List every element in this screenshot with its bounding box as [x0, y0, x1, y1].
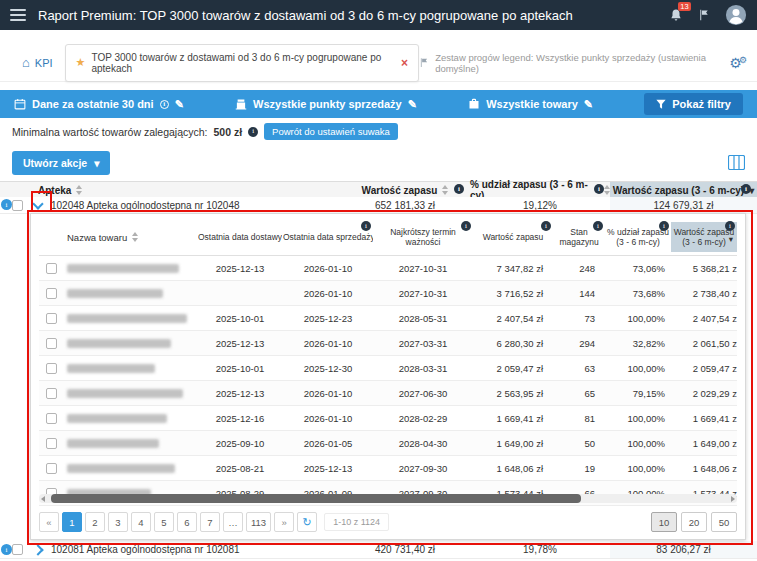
- page-button[interactable]: 1: [62, 512, 82, 532]
- close-tab-icon[interactable]: [401, 57, 408, 69]
- row-checkbox[interactable]: [46, 363, 57, 374]
- product-row[interactable]: 2025-12-13 2026-01-10 2027-03-31 6 280,3…: [39, 331, 737, 356]
- page-size-20-button[interactable]: 20: [681, 512, 707, 532]
- scrollbar-thumb[interactable]: [51, 494, 581, 503]
- tab-report-active[interactable]: TOP 3000 towarów z dostawami od 3 do 6 m…: [65, 44, 420, 82]
- row-info-badge-icon[interactable]: [1, 199, 12, 210]
- next-page-button[interactable]: »: [274, 512, 294, 532]
- info-icon[interactable]: [594, 184, 604, 194]
- row-checkbox[interactable]: [46, 313, 57, 324]
- shortest-expiry-date: 2028-02-29: [373, 406, 473, 430]
- product-row[interactable]: 2025-08-21 2025-12-13 2027-09-30 1 648,0…: [39, 456, 737, 481]
- refresh-button[interactable]: [297, 512, 317, 532]
- page-button[interactable]: 5: [154, 512, 174, 532]
- info-icon[interactable]: [461, 221, 471, 231]
- stock-value-3-6m: 124 679,31 zł: [610, 197, 757, 213]
- prev-page-button[interactable]: «: [39, 512, 59, 532]
- edit-icon[interactable]: [584, 98, 593, 110]
- page-button[interactable]: 7: [200, 512, 220, 532]
- shortest-expiry-date: 2028-03-31: [373, 356, 473, 380]
- product-row[interactable]: 2026-01-10 2027-10-31 3 716,52 zł 144 73…: [39, 281, 737, 306]
- collapse-row-icon[interactable]: [32, 198, 43, 209]
- page-size-10-button[interactable]: 10: [651, 512, 677, 532]
- edit-icon[interactable]: [408, 98, 417, 110]
- info-icon[interactable]: [361, 221, 371, 231]
- column-header-wartosc-zapasu-3-6[interactable]: Wartość zapasu (3 - 6 m-cy): [671, 222, 737, 252]
- column-header-udzial-zapasu[interactable]: % udział zapasu (3 - 6 m-cy): [470, 182, 610, 198]
- legend-settings[interactable]: Zestaw progów legend: Wszystkie punkty s…: [419, 52, 747, 74]
- info-icon[interactable]: [248, 127, 258, 137]
- column-header-stan-magazynu[interactable]: Stan magazynu: [553, 222, 605, 252]
- stock-share: 100,00%: [605, 431, 671, 455]
- product-row[interactable]: 2025-09-10 2026-01-05 2028-04-30 1 649,0…: [39, 431, 737, 456]
- page-button[interactable]: 2: [85, 512, 105, 532]
- row-checkbox[interactable]: [12, 200, 23, 211]
- info-icon[interactable]: [160, 100, 169, 109]
- product-row[interactable]: 2025-12-13 2026-01-10 2027-10-31 7 347,8…: [39, 256, 737, 281]
- stock-count: 73: [553, 306, 605, 330]
- product-name-redacted: [67, 339, 171, 348]
- info-icon[interactable]: [454, 184, 464, 194]
- row-info-badge-icon[interactable]: [1, 544, 12, 555]
- product-row[interactable]: 2025-12-16 2026-01-10 2028-02-29 1 669,4…: [39, 406, 737, 431]
- flag-icon[interactable]: [698, 8, 710, 22]
- column-header-apteka[interactable]: Apteka: [0, 182, 340, 198]
- scroll-right-arrow-icon[interactable]: [731, 496, 735, 502]
- column-header-udzial-zapasu[interactable]: % udział zapasu (3 - 6 m-cy): [605, 222, 671, 252]
- settings-gears-icon[interactable]: [729, 56, 747, 70]
- product-name-redacted: [67, 289, 163, 298]
- product-row[interactable]: 2025-10-01 2025-12-30 2028-03-31 2 059,4…: [39, 356, 737, 381]
- column-header-data-dostawy[interactable]: Ostatnia data dostawy: [197, 222, 283, 252]
- sort-icon: [442, 185, 448, 195]
- user-avatar-icon[interactable]: [725, 4, 747, 26]
- info-icon[interactable]: [541, 221, 551, 231]
- product-row[interactable]: 2025-10-01 2025-12-23 2028-05-31 2 407,5…: [39, 306, 737, 331]
- info-icon[interactable]: [593, 221, 603, 231]
- column-chooser-icon[interactable]: [728, 155, 745, 170]
- pharmacy-row[interactable]: 102048 Apteka ogólnodostępna nr 102048 6…: [0, 197, 757, 214]
- column-header-termin-waznosci[interactable]: Najkrótszy termin ważności: [373, 222, 473, 252]
- column-header-wartosc-zapasu[interactable]: Wartość zapasu: [473, 222, 553, 252]
- page-button[interactable]: 6: [177, 512, 197, 532]
- page-button[interactable]: 3: [108, 512, 128, 532]
- tab-kpi[interactable]: KPI: [10, 48, 65, 77]
- scroll-left-arrow-icon[interactable]: [41, 496, 45, 502]
- product-row[interactable]: 2025-12-13 2026-01-10 2027-06-30 2 563,9…: [39, 381, 737, 406]
- row-checkbox[interactable]: [46, 463, 57, 474]
- horizontal-scrollbar[interactable]: [39, 494, 737, 503]
- sales-points-selector[interactable]: Wszystkie punkty sprzedaży: [235, 98, 417, 110]
- show-filters-button[interactable]: Pokaż filtry: [644, 93, 743, 115]
- stock-value: 652 181,33 zł: [340, 197, 470, 213]
- row-checkbox[interactable]: [46, 438, 57, 449]
- info-icon[interactable]: [725, 221, 735, 231]
- page-button[interactable]: 113: [246, 512, 271, 532]
- stock-value: 1 649,00 zł: [473, 431, 553, 455]
- info-icon[interactable]: [741, 184, 751, 194]
- column-header-data-sprzedazy[interactable]: Ostatnia data sprzedaży: [283, 222, 373, 252]
- column-header-nazwa-towaru[interactable]: Nazwa towaru: [63, 222, 197, 252]
- column-header-wartosc-zapasu[interactable]: Wartość zapasu: [340, 182, 470, 198]
- edit-icon[interactable]: [175, 98, 184, 110]
- page-button[interactable]: 4: [131, 512, 151, 532]
- row-checkbox[interactable]: [12, 544, 23, 555]
- row-checkbox[interactable]: [46, 388, 57, 399]
- row-checkbox[interactable]: [46, 413, 57, 424]
- menu-icon[interactable]: [10, 9, 26, 21]
- products-selector[interactable]: Wszystkie towary: [468, 98, 593, 110]
- legend-flag-icon: [419, 57, 429, 68]
- sort-desc-icon: [729, 234, 733, 244]
- date-range-selector[interactable]: Dane za ostatnie 30 dni: [14, 98, 184, 110]
- reset-slider-button[interactable]: Powrót do ustawień suwaka: [264, 123, 398, 140]
- pharmacy-row[interactable]: 102081 Apteka ogólnodostępna nr 102081 4…: [0, 541, 757, 559]
- notifications-button[interactable]: 13: [669, 8, 683, 23]
- row-checkbox[interactable]: [46, 288, 57, 299]
- expand-row-icon[interactable]: [32, 544, 43, 555]
- info-icon[interactable]: [659, 221, 669, 231]
- row-checkbox[interactable]: [46, 338, 57, 349]
- row-checkbox[interactable]: [46, 263, 57, 274]
- sales-points-label: Wszystkie punkty sprzedaży: [253, 98, 402, 110]
- column-header-wartosc-zapasu-3-6[interactable]: Wartość zapasu (3 - 6 m-cy): [610, 182, 757, 198]
- stock-value: 420 731,40 zł: [340, 541, 470, 558]
- create-action-button[interactable]: Utwórz akcje: [12, 151, 110, 175]
- page-size-50-button[interactable]: 50: [711, 512, 737, 532]
